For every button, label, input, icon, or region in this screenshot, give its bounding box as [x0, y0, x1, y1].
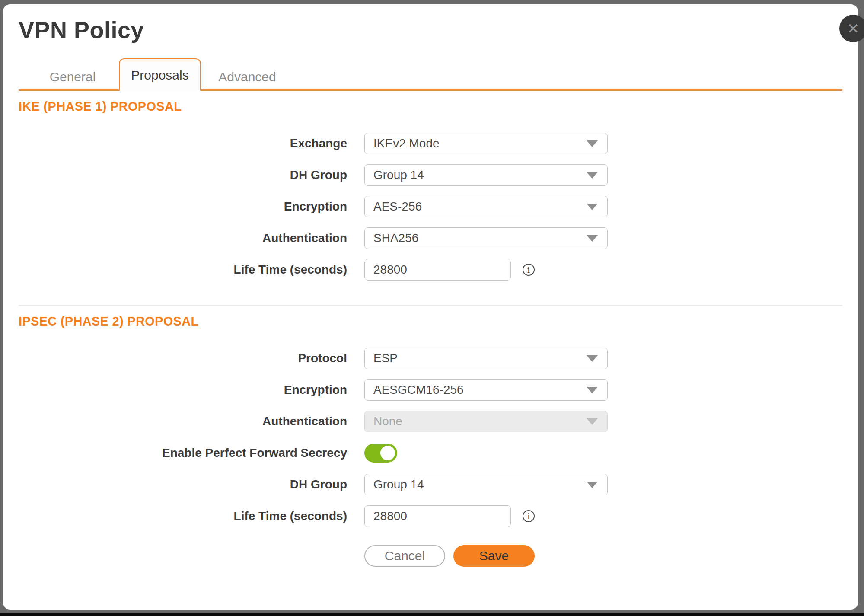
phase2-protocol-value: ESP	[365, 351, 398, 365]
phase2-dh-group-select[interactable]: Group 14	[364, 474, 608, 495]
toggle-knob	[380, 446, 395, 460]
phase2-encryption-label: Encryption	[19, 383, 364, 397]
row-phase1-life-time-seconds: Life Time (seconds)i	[19, 259, 842, 281]
phase1-encryption-select[interactable]: AES-256	[364, 196, 608, 217]
phase2-protocol-select[interactable]: ESP	[364, 348, 608, 369]
row-phase1-exchange: ExchangeIKEv2 Mode	[19, 133, 842, 154]
tab-general[interactable]: General	[32, 64, 114, 89]
screen: { "dialog": { "title": "VPN Policy", "cl…	[0, 0, 864, 616]
vpn-policy-dialog: VPN Policy GeneralProposalsAdvanced IKE …	[3, 4, 858, 610]
chevron-down-icon	[587, 204, 598, 210]
phase2-heading: IPSEC (PHASE 2) PROPOSAL	[19, 314, 842, 329]
phase1-authentication-select[interactable]: SHA256	[364, 227, 608, 249]
phase2-encryption-select[interactable]: AESGCM16-256	[364, 379, 608, 401]
footer-actions: Cancel Save	[364, 545, 842, 567]
phase2-protocol-label: Protocol	[19, 351, 364, 365]
info-icon[interactable]: i	[523, 510, 535, 522]
phase1-dh-group-select[interactable]: Group 14	[364, 164, 608, 186]
row-phase1-authentication: AuthenticationSHA256	[19, 227, 842, 249]
phase1-life-time-seconds-input[interactable]	[364, 259, 511, 281]
phase1-heading: IKE (PHASE 1) PROPOSAL	[19, 99, 842, 114]
row-phase2-protocol: ProtocolESP	[19, 348, 842, 369]
cancel-button[interactable]: Cancel	[364, 545, 445, 567]
tab-proposals[interactable]: Proposals	[119, 58, 201, 91]
phase1-encryption-label: Encryption	[19, 200, 364, 214]
phase1-dh-group-label: DH Group	[19, 168, 364, 182]
section-phase1: IKE (PHASE 1) PROPOSALExchangeIKEv2 Mode…	[19, 91, 842, 281]
phase1-authentication-value: SHA256	[365, 231, 418, 245]
row-phase2-dh-group: DH GroupGroup 14	[19, 474, 842, 495]
row-phase2-life-time-seconds: Life Time (seconds)i	[19, 505, 842, 527]
row-phase2-enable-perfect-forward-secrecy: Enable Perfect Forward Secrecy	[19, 442, 842, 464]
phase1-encryption-value: AES-256	[365, 200, 422, 214]
row-phase1-encryption: EncryptionAES-256	[19, 196, 842, 217]
chevron-down-icon	[587, 355, 598, 362]
phase2-enable-perfect-forward-secrecy-toggle[interactable]	[364, 444, 397, 463]
phase2-life-time-seconds-label: Life Time (seconds)	[19, 509, 364, 523]
phase2-authentication-label: Authentication	[19, 415, 364, 428]
info-icon[interactable]: i	[523, 264, 535, 276]
phase1-exchange-value: IKEv2 Mode	[365, 137, 440, 150]
phase1-authentication-label: Authentication	[19, 231, 364, 245]
phase1-exchange-select[interactable]: IKEv2 Mode	[364, 133, 608, 154]
tab-bar: GeneralProposalsAdvanced	[19, 60, 842, 91]
phase1-life-time-seconds-label: Life Time (seconds)	[19, 263, 364, 277]
chevron-down-icon	[587, 387, 598, 393]
phase2-enable-perfect-forward-secrecy-label: Enable Perfect Forward Secrecy	[19, 446, 364, 460]
phase2-dh-group-value: Group 14	[365, 478, 424, 492]
tab-advanced[interactable]: Advanced	[206, 64, 288, 89]
chevron-down-icon	[587, 140, 598, 147]
chevron-down-icon	[587, 235, 598, 242]
row-phase1-dh-group: DH GroupGroup 14	[19, 164, 842, 186]
phase2-authentication-value: None	[365, 415, 402, 428]
section-phase2: IPSEC (PHASE 2) PROPOSALProtocolESPEncry…	[19, 305, 842, 527]
close-icon[interactable]: ✕	[839, 15, 864, 42]
row-phase2-encryption: EncryptionAESGCM16-256	[19, 379, 842, 401]
phase2-life-time-seconds-input[interactable]	[364, 505, 511, 527]
phase2-authentication-select: None	[364, 411, 608, 432]
phase2-encryption-value: AESGCM16-256	[365, 383, 464, 397]
phase1-exchange-label: Exchange	[19, 137, 364, 150]
chevron-down-icon	[587, 172, 598, 179]
screen-edge	[0, 613, 864, 616]
row-phase2-authentication: AuthenticationNone	[19, 411, 842, 432]
phase1-dh-group-value: Group 14	[365, 168, 424, 182]
chevron-down-icon	[587, 482, 598, 488]
save-button[interactable]: Save	[453, 545, 535, 567]
chevron-down-icon	[587, 418, 598, 425]
phase2-dh-group-label: DH Group	[19, 478, 364, 492]
page-title: VPN Policy	[19, 16, 842, 43]
